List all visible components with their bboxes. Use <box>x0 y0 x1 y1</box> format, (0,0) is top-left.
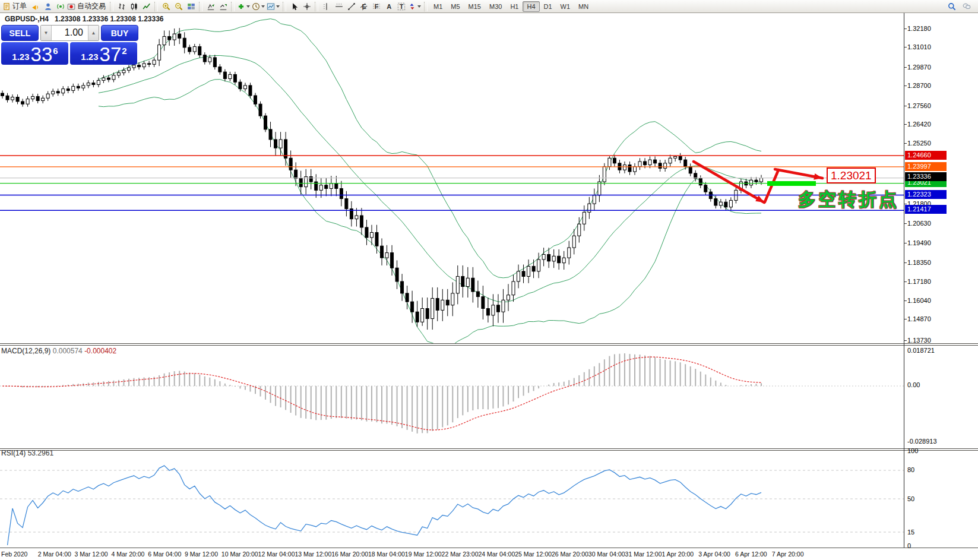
auto-trading-button[interactable]: 自动交易 <box>67 0 108 12</box>
buy-price-display[interactable]: 1.23372 <box>70 42 137 65</box>
price-tick-mark <box>904 262 907 263</box>
price-tick-label: 1.19490 <box>907 239 931 247</box>
time-axis-label: 24 Mar 04:00 <box>478 550 515 558</box>
sell-price-display[interactable]: 1.23336 <box>1 42 68 65</box>
chevron-down-icon[interactable] <box>261 5 265 10</box>
indicators-icon[interactable] <box>236 0 251 12</box>
auto-scroll-icon[interactable] <box>204 0 217 12</box>
order-icon <box>2 2 11 11</box>
time-axis-label: 4 Mar 20:00 <box>111 550 144 558</box>
crosshair-icon[interactable] <box>300 0 313 12</box>
arrows-icon[interactable] <box>407 0 422 12</box>
price-tick-mark <box>904 319 907 319</box>
time-axis-label: 30 Mar 04:00 <box>588 550 625 558</box>
zoom-out-icon[interactable] <box>172 0 185 12</box>
fibonacci-icon[interactable]: F <box>370 0 382 12</box>
tiles-icon <box>187 2 195 11</box>
price-tick-label: 1.20630 <box>907 219 931 227</box>
bars-icon <box>118 2 126 11</box>
text-label-icon[interactable]: T <box>395 0 407 12</box>
time-axis-label: 16 Mar 20:00 <box>331 550 368 558</box>
chat-icon <box>963 2 971 11</box>
timeframe-m5[interactable]: M5 <box>447 1 464 12</box>
svg-text:F: F <box>374 3 378 10</box>
panel-splitter-macd[interactable] <box>0 343 978 344</box>
macd-histogram <box>2 353 761 434</box>
timeframe-m15[interactable]: M15 <box>464 1 485 12</box>
timeframe-m30[interactable]: M30 <box>485 1 506 12</box>
turning-point-note[interactable]: 多空转折点 <box>798 188 899 212</box>
time-axis-label: 25 Mar 12:00 <box>515 550 552 558</box>
price-tick-mark <box>904 223 907 224</box>
price-tick-label: 1.25250 <box>907 139 931 147</box>
timeframe-w1[interactable]: W1 <box>556 1 575 12</box>
time-axis-label: 3 Mar 12:00 <box>75 550 108 558</box>
volume-increase-button[interactable]: ▲ <box>88 26 99 40</box>
buy-button[interactable]: BUY <box>101 25 138 41</box>
chevron-down-icon[interactable] <box>417 5 421 10</box>
price-tick-mark <box>904 204 907 204</box>
time-axis-label: 18 Mar 04:00 <box>368 550 405 558</box>
templates-icon[interactable] <box>266 0 281 12</box>
toolbar-separator <box>154 2 158 11</box>
line-chart-icon[interactable] <box>140 0 153 12</box>
toolbar-separator <box>231 2 235 11</box>
timeframe-d1[interactable]: D1 <box>540 1 556 12</box>
cursor-icon[interactable] <box>288 0 300 12</box>
signals-icon[interactable] <box>54 0 67 12</box>
volume-input[interactable]: 1.00 <box>52 26 88 40</box>
template-icon <box>267 2 275 11</box>
time-axis-label: 13 Mar 12:00 <box>295 550 331 558</box>
chevron-down-icon[interactable] <box>246 5 250 10</box>
candlestick-chart-icon[interactable] <box>128 0 140 12</box>
rsi-line <box>8 466 761 545</box>
macd-panel-canvas[interactable] <box>0 346 978 448</box>
sell-button[interactable]: SELL <box>1 25 39 41</box>
timeframe-h1[interactable]: H1 <box>506 1 523 12</box>
text-icon[interactable]: A <box>382 0 395 12</box>
chat-icon[interactable] <box>960 0 973 12</box>
alerts-horn-icon[interactable] <box>29 0 42 12</box>
autoscroll-icon <box>207 2 215 11</box>
copy-trading-icon[interactable] <box>42 0 54 12</box>
indicators-icon <box>237 2 245 11</box>
search-icon[interactable] <box>945 0 958 12</box>
new-order-button[interactable]: 订单 <box>2 0 29 12</box>
trendline-icon[interactable] <box>345 0 357 12</box>
rsi-level-lines <box>0 470 904 532</box>
time-axis-label: 26 Mar 20:00 <box>552 550 588 558</box>
macd-scale-label: -0.028913 <box>907 437 937 445</box>
rsi-panel-canvas[interactable] <box>0 450 978 548</box>
time-axis-label: 9 Mar 12:00 <box>185 550 218 558</box>
toolbar-separator <box>110 2 113 11</box>
vline-icon <box>322 2 331 11</box>
equidistant-channel-icon[interactable]: E <box>357 0 370 12</box>
time-axis-label: 3 Apr 04:00 <box>698 550 730 558</box>
timeframe-mn[interactable]: MN <box>574 1 593 12</box>
channel-icon: E <box>360 2 368 11</box>
vertical-line-icon[interactable] <box>320 0 333 12</box>
volume-decrease-button[interactable]: ▼ <box>41 26 52 40</box>
timeframe-h4[interactable]: H4 <box>523 1 539 12</box>
timeframe-m1[interactable]: M1 <box>429 1 447 12</box>
price-tick-label: 1.31010 <box>907 43 931 51</box>
chevron-down-icon[interactable] <box>276 5 280 10</box>
periods-icon[interactable] <box>251 0 266 12</box>
panel-splitter-rsi[interactable] <box>0 448 978 449</box>
time-axis-label: 7 Apr 20:00 <box>772 550 804 558</box>
price-tick-label: 1.17180 <box>907 277 931 286</box>
highlight-bar-annotation[interactable] <box>767 181 816 186</box>
price-tick-mark <box>904 143 907 144</box>
volume-stepper[interactable]: ▼ 1.00 ▲ <box>40 25 99 41</box>
svg-text:E: E <box>362 3 366 10</box>
tile-windows-icon[interactable] <box>185 0 197 12</box>
toolbar: 订单自动交易EFATM1M5M15M30H1H4D1W1MN <box>0 0 978 13</box>
bar-chart-icon[interactable] <box>115 0 128 12</box>
horizontal-line-icon[interactable] <box>333 0 345 12</box>
chart-shift-icon[interactable] <box>217 0 229 12</box>
toolbar-separator <box>315 2 318 11</box>
rsi-scale-label: 15 <box>907 528 914 536</box>
price-callout-annotation[interactable]: 1.23021 <box>827 167 876 183</box>
zoom-in-icon[interactable] <box>160 0 172 12</box>
hline-icon <box>335 2 343 11</box>
